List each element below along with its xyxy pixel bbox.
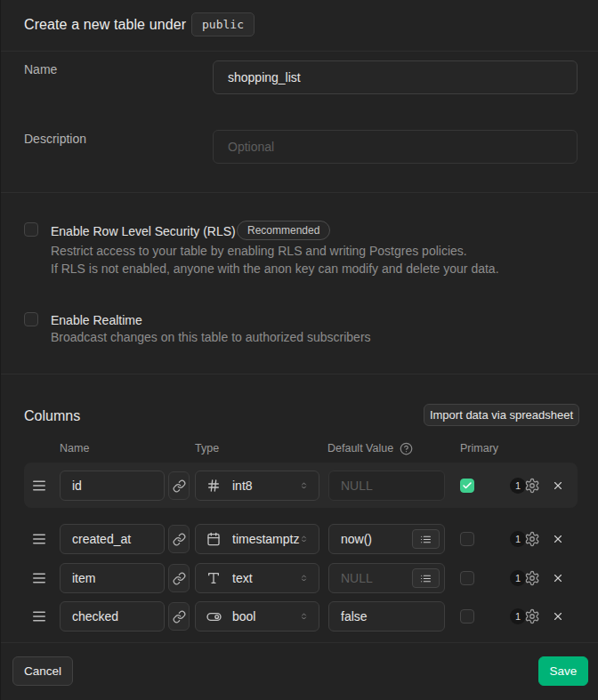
chevrons-up-down-icon: [300, 532, 308, 546]
save-button[interactable]: Save: [538, 656, 588, 686]
realtime-description-line-1: Broadcast changes on this table to autho…: [51, 328, 371, 346]
primary-checkbox[interactable]: [460, 609, 474, 624]
gear-icon: [524, 531, 540, 547]
header-divider: [1, 51, 598, 52]
description-placeholder: Optional: [228, 140, 274, 154]
column-row: item text NULL: [1, 563, 598, 593]
column-type-select[interactable]: timestamptz: [195, 524, 319, 554]
column-default-value-input[interactable]: NULL: [328, 471, 445, 501]
settings-count-badge: 1: [510, 608, 526, 624]
rls-description: Restrict access to your table by enablin…: [51, 242, 499, 278]
column-type-select[interactable]: text: [195, 563, 319, 593]
column-row: checked bool false 1: [1, 601, 598, 632]
realtime-description: Broadcast changes on this table to autho…: [51, 328, 371, 346]
rls-label: Enable Row Level Security (RLS): [51, 224, 236, 238]
recommended-badge: Recommended: [237, 221, 330, 240]
gear-icon: [524, 570, 540, 586]
name-input-value: shopping_list: [228, 70, 301, 84]
chevrons-up-down-icon: [300, 609, 308, 624]
cancel-button[interactable]: Cancel: [12, 656, 73, 686]
gear-icon: [524, 478, 540, 494]
remove-column-button[interactable]: [552, 572, 564, 584]
link-icon: [173, 479, 186, 493]
gear-icon: [524, 608, 540, 624]
drag-handle-icon[interactable]: [33, 534, 45, 544]
schema-badge: public: [191, 12, 255, 36]
drag-handle-icon[interactable]: [33, 573, 45, 583]
drag-handle-icon[interactable]: [33, 611, 45, 622]
column-default-value-input[interactable]: false: [328, 601, 445, 632]
default-value-help-icon[interactable]: [400, 442, 413, 455]
dialog-title: Create a new table under: [24, 17, 186, 33]
column-default-value-input[interactable]: now(): [328, 524, 445, 554]
default-value-menu-button[interactable]: [412, 529, 440, 549]
footer-divider: [1, 642, 598, 643]
name-input[interactable]: shopping_list: [213, 60, 578, 94]
column-header-default-value: Default Value: [327, 442, 393, 455]
description-input[interactable]: Optional: [213, 130, 578, 164]
chevrons-up-down-icon: [300, 571, 308, 585]
column-settings-button[interactable]: 1: [510, 570, 539, 586]
column-name-input[interactable]: created_at: [60, 524, 165, 554]
column-header-primary: Primary: [460, 442, 498, 455]
column-type-select[interactable]: int8: [195, 471, 319, 501]
rls-description-line-1: Restrict access to your table by enablin…: [51, 242, 499, 260]
calendar-icon: [206, 532, 221, 546]
text-type-icon: [206, 571, 221, 585]
default-value-menu-button[interactable]: [412, 568, 440, 588]
rls-description-line-2: If RLS is not enabled, anyone with the a…: [51, 260, 499, 278]
settings-count-badge: 1: [510, 531, 526, 547]
column-name-input[interactable]: checked: [60, 601, 165, 632]
rls-checkbox[interactable]: [24, 222, 38, 237]
realtime-label: Enable Realtime: [51, 313, 142, 327]
column-row: id int8 NULL 1: [1, 471, 598, 501]
link-icon: [173, 610, 186, 624]
foreign-key-link-button[interactable]: [168, 564, 190, 592]
hash-icon: [206, 479, 221, 493]
import-data-button[interactable]: Import data via spreadsheet: [424, 404, 579, 426]
foreign-key-link-button[interactable]: [168, 602, 190, 631]
primary-checkbox[interactable]: [460, 479, 474, 493]
column-settings-button[interactable]: 1: [510, 531, 539, 547]
column-default-value-input[interactable]: NULL: [328, 563, 445, 593]
chevrons-up-down-icon: [300, 479, 308, 493]
description-label: Description: [24, 132, 86, 146]
column-row: created_at timestamptz now(): [1, 524, 598, 554]
foreign-key-link-button[interactable]: [168, 525, 190, 553]
remove-column-button[interactable]: [552, 479, 564, 492]
create-table-dialog: Create a new table under public Name sho…: [0, 0, 598, 700]
realtime-checkbox[interactable]: [24, 312, 38, 326]
column-settings-button[interactable]: 1: [510, 478, 539, 494]
column-settings-button[interactable]: 1: [510, 608, 539, 624]
link-icon: [173, 533, 186, 546]
column-header-type: Type: [195, 442, 219, 455]
link-icon: [173, 572, 186, 585]
column-name-input[interactable]: id: [60, 471, 165, 501]
primary-checkbox[interactable]: [460, 532, 474, 546]
columns-heading: Columns: [24, 408, 80, 424]
foreign-key-link-button[interactable]: [168, 471, 190, 500]
drag-handle-icon[interactable]: [33, 480, 45, 491]
column-type-select[interactable]: bool: [195, 601, 319, 632]
section-divider-2: [1, 374, 598, 374]
settings-count-badge: 1: [510, 570, 526, 586]
column-header-name: Name: [60, 442, 89, 455]
settings-count-badge: 1: [510, 478, 526, 494]
section-divider-1: [1, 192, 598, 193]
toggle-icon: [206, 609, 221, 624]
column-name-input[interactable]: item: [60, 563, 165, 593]
remove-column-button[interactable]: [552, 533, 564, 545]
primary-checkbox[interactable]: [460, 571, 474, 585]
remove-column-button[interactable]: [552, 610, 564, 623]
name-label: Name: [24, 62, 57, 76]
